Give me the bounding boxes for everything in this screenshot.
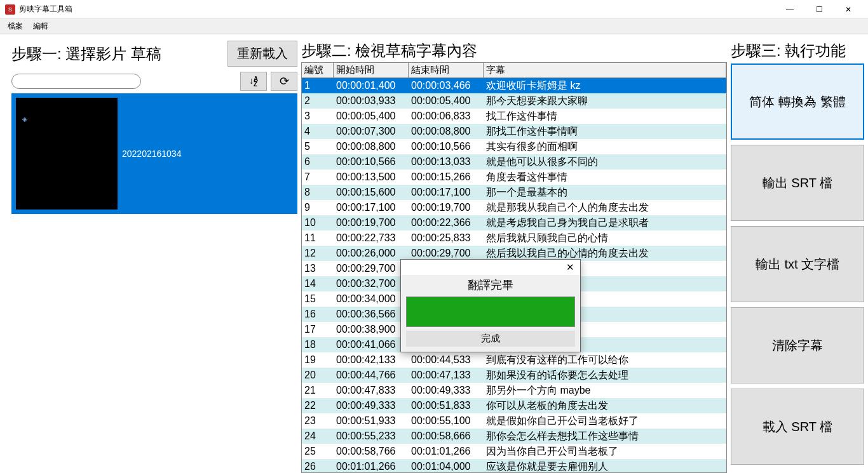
col-start[interactable]: 開始時間 (334, 63, 409, 77)
cell-index: 11 (302, 230, 334, 246)
table-row[interactable]: 1100:00:22,73300:00:25,833然后我就只顾我自己的心情 (302, 230, 726, 246)
cell-subtitle: 角度去看这件事情 (484, 170, 726, 185)
table-row[interactable]: 1000:00:19,70000:00:22,366就是考虑我自己身为我自己是求… (302, 215, 726, 230)
table-row[interactable]: 800:00:15,60000:00:17,100那一个是最基本的 (302, 185, 726, 200)
cell-index: 20 (302, 368, 334, 383)
table-row[interactable]: 1900:00:42,13300:00:44,533到底有没有这样的工作可以给你 (302, 352, 726, 368)
draft-item[interactable]: ◈ 202202161034 (11, 93, 297, 214)
dialog-titlebar: ✕ (401, 260, 580, 275)
cell-start: 00:00:55,233 (334, 429, 409, 444)
cell-start: 00:00:49,333 (334, 398, 409, 413)
sort-az-icon: ↓AZ (249, 76, 258, 86)
export-srt-button[interactable]: 輸出 SRT 檔 (731, 145, 864, 221)
translation-dialog: ✕ 翻譯完畢 完成 (400, 259, 581, 352)
cell-index: 18 (302, 337, 334, 352)
cell-start: 00:00:13,500 (334, 170, 409, 185)
table-row[interactable]: 600:00:10,56600:00:13,033就是他可以从很多不同的 (302, 154, 726, 170)
cell-index: 19 (302, 352, 334, 368)
cell-index: 17 (302, 322, 334, 337)
cell-index: 2 (302, 93, 334, 109)
cell-index: 14 (302, 276, 334, 291)
close-button[interactable]: ✕ (834, 0, 863, 19)
cell-subtitle: 找工作这件事情 (484, 109, 726, 124)
table-row[interactable]: 100:00:01,40000:00:03,466欢迎收听卡斯姆是 kz (302, 78, 726, 93)
cell-start: 00:00:15,600 (334, 185, 409, 200)
cell-start: 00:00:44,766 (334, 368, 409, 383)
table-row[interactable]: 900:00:17,10000:00:19,700就是那我从我自己个人的角度去出… (302, 200, 726, 215)
cell-start: 00:00:42,133 (334, 352, 409, 368)
draft-list[interactable]: ◈ 202202161034 (11, 93, 297, 473)
cell-start: 00:00:58,766 (334, 444, 409, 459)
table-row[interactable]: 700:00:13,50000:00:15,266角度去看这件事情 (302, 170, 726, 185)
cell-end: 00:00:17,100 (409, 185, 484, 200)
table-row[interactable]: 2400:00:55,23300:00:58,666那你会怎么样去想找工作这些事… (302, 429, 726, 444)
menu-edit[interactable]: 編輯 (28, 20, 53, 33)
cell-index: 8 (302, 185, 334, 200)
table-row[interactable]: 2300:00:51,93300:00:55,100就是假如你自己开公司当老板好… (302, 413, 726, 429)
cell-end: 00:00:03,466 (409, 78, 484, 93)
col-index[interactable]: 編號 (302, 63, 334, 77)
table-row[interactable]: 400:00:07,30000:00:08,800那找工作这件事情啊 (302, 124, 726, 139)
sort-az-button[interactable]: ↓AZ (240, 72, 267, 91)
cell-index: 26 (302, 459, 334, 472)
cell-index: 3 (302, 109, 334, 124)
cell-subtitle: 那另外一个方向 maybe (484, 383, 726, 398)
dialog-done-button[interactable]: 完成 (406, 331, 575, 347)
cell-end: 00:00:06,833 (409, 109, 484, 124)
cell-start: 00:00:26,000 (334, 246, 409, 261)
col-subtitle[interactable]: 字幕 (484, 63, 726, 77)
cell-end: 00:00:58,666 (409, 429, 484, 444)
cell-index: 22 (302, 398, 334, 413)
cell-index: 12 (302, 246, 334, 261)
step3-label: 步驟三: 執行功能 (731, 41, 864, 61)
table-row[interactable]: 2000:00:44,76600:00:47,133那如果没有的话你要怎么去处理 (302, 368, 726, 383)
cell-subtitle: 欢迎收听卡斯姆是 kz (484, 78, 726, 93)
table-row[interactable]: 2600:01:01,26600:01:04,000应该是你就是要去雇佣别人 (302, 459, 726, 472)
convert-button[interactable]: 简体 轉換為 繁體 (731, 63, 864, 140)
cell-end: 00:00:10,566 (409, 139, 484, 154)
minimize-button[interactable]: ― (775, 0, 804, 19)
cell-start: 00:00:05,400 (334, 109, 409, 124)
titlebar: S 剪映字幕工具箱 ― ☐ ✕ (0, 0, 868, 19)
col-end[interactable]: 結束時間 (409, 63, 484, 77)
table-row[interactable]: 300:00:05,40000:00:06,833找工作这件事情 (302, 109, 726, 124)
cell-subtitle: 那如果没有的话你要怎么去处理 (484, 368, 726, 383)
export-txt-button[interactable]: 輸出 txt 文字檔 (731, 226, 864, 302)
maximize-button[interactable]: ☐ (804, 0, 834, 19)
cell-end: 00:00:47,133 (409, 368, 484, 383)
cell-end: 00:01:01,266 (409, 444, 484, 459)
cell-end: 00:00:15,266 (409, 170, 484, 185)
cell-end: 00:00:44,533 (409, 352, 484, 368)
load-srt-button[interactable]: 載入 SRT 檔 (731, 389, 864, 465)
reload-button[interactable]: 重新載入 (227, 41, 297, 67)
thumbnail-icon: ◈ (22, 116, 27, 123)
menubar: 檔案 編輯 (0, 19, 868, 34)
cell-end: 00:00:51,833 (409, 398, 484, 413)
cell-index: 24 (302, 429, 334, 444)
cell-index: 1 (302, 78, 334, 93)
cell-subtitle: 到底有没有这样的工作可以给你 (484, 352, 726, 368)
table-row[interactable]: 2100:00:47,83300:00:49,333那另外一个方向 maybe (302, 383, 726, 398)
dialog-close-button[interactable]: ✕ (560, 261, 580, 274)
cell-start: 00:00:38,900 (334, 322, 409, 337)
table-row[interactable]: 2200:00:49,33300:00:51,833你可以从老板的角度去出发 (302, 398, 726, 413)
cell-end: 00:00:13,033 (409, 154, 484, 170)
cell-subtitle: 然后我就只顾我自己的心情 (484, 230, 726, 246)
table-row[interactable]: 200:00:03,93300:00:05,400那今天想要来跟大家聊 (302, 93, 726, 109)
cell-start: 00:00:07,300 (334, 124, 409, 139)
table-row[interactable]: 2500:00:58,76600:01:01,266因为当你自己开公司当老板了 (302, 444, 726, 459)
cell-start: 00:01:01,266 (334, 459, 409, 472)
menu-file[interactable]: 檔案 (3, 20, 28, 33)
cell-start: 00:00:51,933 (334, 413, 409, 429)
cell-end: 00:00:49,333 (409, 383, 484, 398)
cell-subtitle: 那今天想要来跟大家聊 (484, 93, 726, 109)
clear-subtitles-button[interactable]: 清除字幕 (731, 307, 864, 383)
cell-end: 00:00:08,800 (409, 124, 484, 139)
cell-subtitle: 就是他可以从很多不同的 (484, 154, 726, 170)
draft-thumbnail: ◈ (16, 98, 118, 210)
refresh-button[interactable]: ⟳ (271, 72, 297, 91)
cell-index: 6 (302, 154, 334, 170)
search-input[interactable] (11, 74, 141, 89)
cell-index: 7 (302, 170, 334, 185)
table-row[interactable]: 500:00:08,80000:00:10,566其实有很多的面相啊 (302, 139, 726, 154)
